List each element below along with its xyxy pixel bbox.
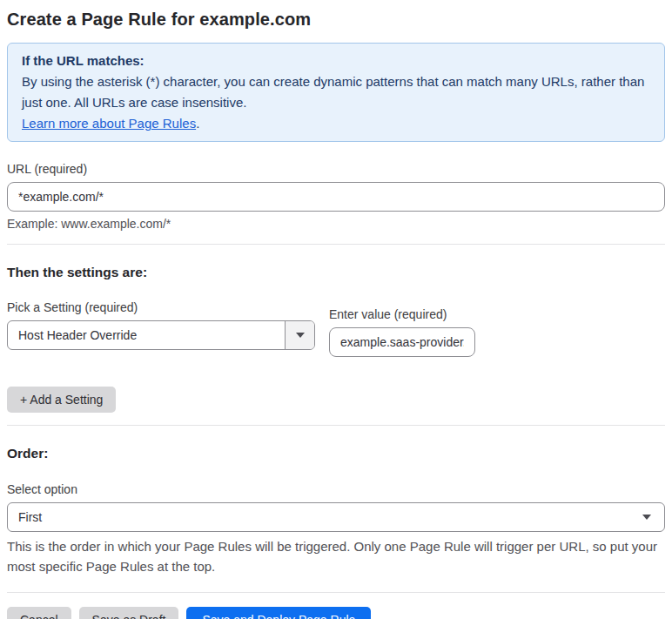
url-matches-info-box: If the URL matches: By using the asteris… xyxy=(7,43,665,142)
enter-value-field: Enter value (required) xyxy=(329,307,475,357)
setting-select-arrow-button[interactable] xyxy=(285,321,314,349)
save-deploy-button[interactable]: Save and Deploy Page Rule xyxy=(186,607,371,619)
order-select-label: Select option xyxy=(7,482,665,496)
cancel-button[interactable]: Cancel xyxy=(7,607,71,619)
divider xyxy=(7,244,665,245)
enter-value-label: Enter value (required) xyxy=(329,307,475,321)
page-title: Create a Page Rule for example.com xyxy=(7,10,665,30)
order-section-heading: Order: xyxy=(7,446,665,461)
order-select[interactable]: First xyxy=(7,502,665,532)
divider xyxy=(7,425,665,426)
add-setting-button[interactable]: + Add a Setting xyxy=(7,387,116,413)
settings-section-heading: Then the settings are: xyxy=(7,265,665,280)
pick-setting-label: Pick a Setting (required) xyxy=(7,300,315,314)
learn-more-link[interactable]: Learn more about Page Rules xyxy=(22,116,196,131)
footer-actions: Cancel Save as Draft Save and Deploy Pag… xyxy=(7,607,665,619)
chevron-down-icon xyxy=(296,333,305,338)
url-input[interactable] xyxy=(7,182,665,212)
order-help-text: This is the order in which your Page Rul… xyxy=(7,536,665,576)
order-select-value: First xyxy=(18,510,42,524)
setting-select[interactable]: Host Header Override xyxy=(7,320,315,350)
link-suffix: . xyxy=(196,116,199,131)
pick-setting-field: Pick a Setting (required) Host Header Ov… xyxy=(7,300,315,350)
info-box-link-line: Learn more about Page Rules. xyxy=(22,113,650,134)
chevron-down-icon xyxy=(642,515,651,520)
info-box-heading: If the URL matches: xyxy=(22,50,650,71)
save-draft-button[interactable]: Save as Draft xyxy=(79,607,179,619)
settings-row: Pick a Setting (required) Host Header Ov… xyxy=(7,300,665,357)
info-box-body: By using the asterisk (*) character, you… xyxy=(22,71,650,113)
url-field-hint: Example: www.example.com/* xyxy=(7,217,665,231)
divider xyxy=(7,592,665,593)
setting-value-input[interactable] xyxy=(329,327,475,357)
url-field-label: URL (required) xyxy=(7,162,665,176)
setting-select-value: Host Header Override xyxy=(8,321,285,349)
